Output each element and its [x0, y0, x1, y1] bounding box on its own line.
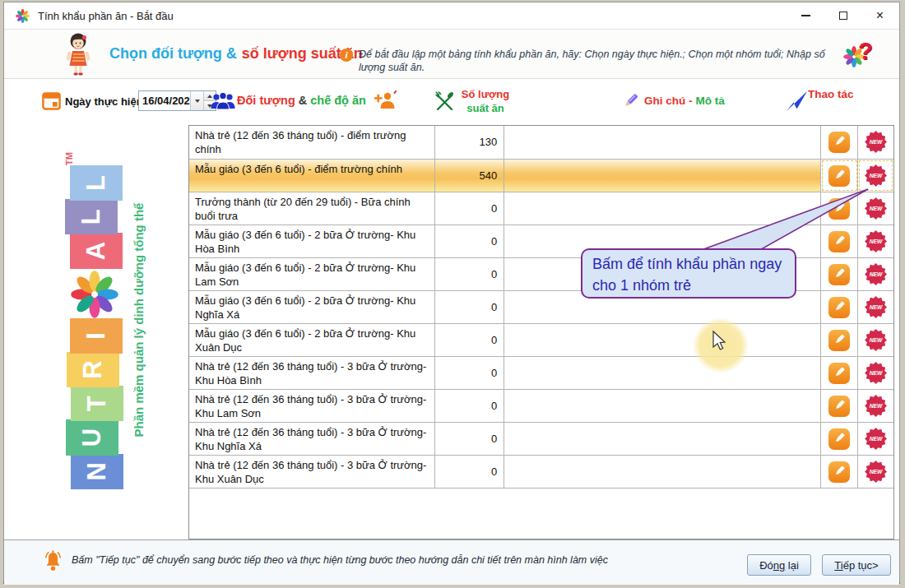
- new-cell: NEW: [858, 324, 893, 356]
- serving-count-cell[interactable]: 0: [435, 225, 504, 257]
- serving-count-cell[interactable]: 0: [435, 291, 504, 323]
- maximize-button[interactable]: [824, 2, 861, 29]
- continue-button[interactable]: Tiếp tục>: [822, 554, 891, 576]
- logo-letter-block: I: [70, 318, 123, 354]
- serving-count-cell[interactable]: 0: [435, 192, 504, 225]
- group-name-cell[interactable]: Mẫu giáo (3 đến 6 tuổi) - 2 bữa Ở trường…: [189, 258, 435, 290]
- calculate-new-button[interactable]: NEW: [865, 230, 888, 253]
- minimize-button[interactable]: [787, 2, 824, 29]
- edit-cell: [821, 390, 858, 422]
- note-cell[interactable]: [504, 357, 821, 389]
- logo-letter-block: A: [70, 233, 123, 268]
- close-dialog-button[interactable]: Đóng lại: [747, 554, 811, 576]
- date-input[interactable]: [139, 91, 190, 110]
- new-badge-icon: NEW: [865, 374, 887, 387]
- calculate-new-button[interactable]: NEW: [865, 263, 888, 286]
- pencil-icon: [833, 465, 846, 479]
- group-name-cell[interactable]: Nhà trẻ (12 đến 36 tháng tuổi) - điểm tr…: [189, 126, 435, 159]
- help-button[interactable]: ?: [843, 41, 886, 71]
- date-dropdown-button[interactable]: [190, 91, 203, 110]
- pencil-icon: [833, 366, 846, 381]
- note-cell[interactable]: [504, 456, 821, 488]
- logo-letter-block: T: [71, 386, 123, 421]
- group-header-green: chế độ ăn: [310, 94, 366, 107]
- bell-icon: [44, 550, 63, 576]
- edit-button[interactable]: [828, 428, 850, 450]
- svg-text:NEW: NEW: [870, 469, 883, 475]
- edit-button[interactable]: [828, 231, 850, 252]
- new-cell: NEW: [858, 357, 893, 389]
- new-badge-icon: NEW: [865, 143, 887, 155]
- girl-avatar-icon: [63, 32, 93, 80]
- note-cell[interactable]: [504, 160, 821, 192]
- pencil-icon: [833, 267, 846, 282]
- calculate-new-button[interactable]: NEW: [865, 197, 888, 220]
- group-name-cell[interactable]: Nhà trẻ (12 đến 36 tháng tuổi) - 3 bữa Ở…: [189, 390, 435, 422]
- table-row: Trưởng thành (từ 20 đến 29 tuổi) - Bữa c…: [189, 192, 893, 225]
- group-people-icon: [210, 91, 236, 114]
- note-cell[interactable]: [504, 126, 821, 159]
- group-name-cell[interactable]: Mẫu giáo (3 đến 6 tuổi) - 2 bữa Ở trường…: [189, 291, 435, 323]
- group-name-cell[interactable]: Nhà trẻ (12 đến 36 tháng tuổi) - 3 bữa Ở…: [189, 357, 435, 389]
- edit-cell: [821, 324, 858, 356]
- edit-button[interactable]: [828, 264, 850, 285]
- serving-count-cell[interactable]: 540: [435, 160, 504, 192]
- calculate-new-button[interactable]: NEW: [865, 329, 888, 352]
- logo-letter-block: L: [70, 165, 123, 201]
- note-cell[interactable]: [504, 324, 821, 356]
- date-picker: [138, 90, 216, 111]
- group-name-cell[interactable]: Trưởng thành (từ 20 đến 29 tuổi) - Bữa c…: [189, 192, 435, 225]
- column-header-note: Ghi chú -Mô tả: [644, 95, 725, 107]
- calculate-new-button[interactable]: NEW: [865, 131, 888, 154]
- calculate-new-button[interactable]: NEW: [865, 362, 888, 385]
- new-cell: NEW: [858, 160, 893, 192]
- group-name-cell[interactable]: Mẫu giáo (3 đến 6 tuổi) - 2 bữa Ở trường…: [189, 324, 435, 356]
- logo-letter-block: L: [65, 199, 118, 234]
- group-name-cell[interactable]: Mẫu giáo (3 đến 6 tuổi) - 2 bữa Ở trường…: [189, 225, 435, 257]
- add-group-button[interactable]: [374, 90, 397, 113]
- table-body: Nhà trẻ (12 đến 36 tháng tuổi) - điểm tr…: [189, 126, 893, 488]
- serving-count-cell[interactable]: 130: [435, 126, 504, 159]
- svg-text:NEW: NEW: [870, 271, 883, 277]
- groups-table: Nhà trẻ (12 đến 36 tháng tuổi) - điểm tr…: [188, 125, 894, 539]
- edit-button[interactable]: [828, 363, 850, 384]
- edit-button[interactable]: [828, 461, 850, 483]
- group-name-cell[interactable]: Mẫu giáo (3 đến 6 tuổi) - điểm trường ch…: [189, 160, 435, 192]
- serving-count-cell[interactable]: 0: [435, 423, 504, 455]
- serving-count-cell[interactable]: 0: [435, 324, 504, 356]
- serving-count-cell[interactable]: 0: [435, 258, 504, 290]
- calculate-new-button[interactable]: NEW: [865, 395, 888, 418]
- edit-button[interactable]: [828, 198, 850, 220]
- note-cell[interactable]: [504, 390, 821, 422]
- serving-count-cell[interactable]: 0: [435, 456, 504, 488]
- edit-cell: [821, 192, 858, 225]
- note-cell[interactable]: [504, 423, 821, 455]
- maximize-icon: [839, 12, 847, 20]
- edit-button[interactable]: [828, 297, 850, 318]
- utensils-icon: [434, 90, 455, 116]
- edit-button[interactable]: [828, 132, 850, 153]
- edit-button[interactable]: [828, 396, 850, 417]
- pencil-icon: [833, 201, 846, 216]
- pencil-icon: [833, 135, 846, 150]
- pencil-icon: [833, 169, 846, 183]
- group-name-cell[interactable]: Nhà trẻ (12 đến 36 tháng tuổi) - 3 bữa Ở…: [189, 423, 435, 455]
- table-row: Mẫu giáo (3 đến 6 tuổi) - 2 bữa Ở trường…: [189, 324, 893, 357]
- note-cell[interactable]: [504, 192, 821, 225]
- edit-button[interactable]: [828, 330, 850, 351]
- new-cell: NEW: [858, 225, 893, 257]
- serving-count-cell[interactable]: 0: [435, 390, 504, 422]
- app-logo-icon: [16, 9, 30, 23]
- serving-count-cell[interactable]: 0: [435, 357, 504, 389]
- edit-cell: [821, 456, 858, 488]
- group-name-cell[interactable]: Nhà trẻ (12 đến 36 tháng tuổi) - 3 bữa Ở…: [189, 456, 435, 488]
- calculate-new-button[interactable]: NEW: [865, 461, 888, 484]
- calculate-new-button[interactable]: NEW: [865, 164, 888, 188]
- logo-tm: TM: [64, 152, 74, 165]
- logo-letter-block: N: [71, 454, 123, 489]
- logo-panel: NUTRIALLTM Phần mềm quản lý dinh dưỡng t…: [7, 125, 188, 539]
- close-button[interactable]: ×: [861, 2, 898, 29]
- calculate-new-button[interactable]: NEW: [865, 428, 888, 451]
- calculate-new-button[interactable]: NEW: [865, 296, 888, 319]
- edit-button[interactable]: [828, 165, 850, 187]
